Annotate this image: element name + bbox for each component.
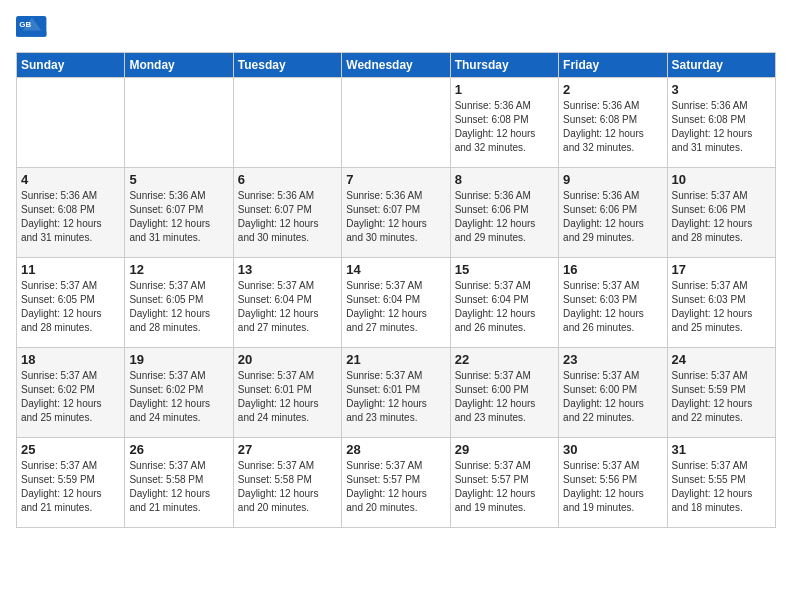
- day-number: 27: [238, 442, 337, 457]
- day-info: Sunrise: 5:37 AM Sunset: 6:01 PM Dayligh…: [346, 369, 445, 425]
- day-info: Sunrise: 5:37 AM Sunset: 6:06 PM Dayligh…: [672, 189, 771, 245]
- day-cell: 14Sunrise: 5:37 AM Sunset: 6:04 PM Dayli…: [342, 258, 450, 348]
- day-number: 28: [346, 442, 445, 457]
- logo: GB: [16, 16, 50, 44]
- generalblue-logo-icon: GB: [16, 16, 48, 44]
- day-cell: [17, 78, 125, 168]
- day-cell: 8Sunrise: 5:36 AM Sunset: 6:06 PM Daylig…: [450, 168, 558, 258]
- day-number: 26: [129, 442, 228, 457]
- day-cell: 29Sunrise: 5:37 AM Sunset: 5:57 PM Dayli…: [450, 438, 558, 528]
- week-row-4: 18Sunrise: 5:37 AM Sunset: 6:02 PM Dayli…: [17, 348, 776, 438]
- week-row-1: 1Sunrise: 5:36 AM Sunset: 6:08 PM Daylig…: [17, 78, 776, 168]
- week-row-3: 11Sunrise: 5:37 AM Sunset: 6:05 PM Dayli…: [17, 258, 776, 348]
- day-number: 13: [238, 262, 337, 277]
- day-cell: 25Sunrise: 5:37 AM Sunset: 5:59 PM Dayli…: [17, 438, 125, 528]
- day-cell: 4Sunrise: 5:36 AM Sunset: 6:08 PM Daylig…: [17, 168, 125, 258]
- day-info: Sunrise: 5:37 AM Sunset: 5:58 PM Dayligh…: [129, 459, 228, 515]
- day-cell: [233, 78, 341, 168]
- day-cell: 3Sunrise: 5:36 AM Sunset: 6:08 PM Daylig…: [667, 78, 775, 168]
- header-sunday: Sunday: [17, 53, 125, 78]
- day-info: Sunrise: 5:37 AM Sunset: 5:59 PM Dayligh…: [21, 459, 120, 515]
- day-info: Sunrise: 5:37 AM Sunset: 5:56 PM Dayligh…: [563, 459, 662, 515]
- day-cell: 6Sunrise: 5:36 AM Sunset: 6:07 PM Daylig…: [233, 168, 341, 258]
- day-cell: 24Sunrise: 5:37 AM Sunset: 5:59 PM Dayli…: [667, 348, 775, 438]
- header-saturday: Saturday: [667, 53, 775, 78]
- day-number: 31: [672, 442, 771, 457]
- day-number: 22: [455, 352, 554, 367]
- header-tuesday: Tuesday: [233, 53, 341, 78]
- day-cell: 7Sunrise: 5:36 AM Sunset: 6:07 PM Daylig…: [342, 168, 450, 258]
- day-info: Sunrise: 5:36 AM Sunset: 6:08 PM Dayligh…: [672, 99, 771, 155]
- day-info: Sunrise: 5:36 AM Sunset: 6:07 PM Dayligh…: [129, 189, 228, 245]
- page-header: GB: [16, 16, 776, 44]
- day-info: Sunrise: 5:37 AM Sunset: 6:00 PM Dayligh…: [563, 369, 662, 425]
- day-number: 20: [238, 352, 337, 367]
- header-friday: Friday: [559, 53, 667, 78]
- header-wednesday: Wednesday: [342, 53, 450, 78]
- day-number: 29: [455, 442, 554, 457]
- day-info: Sunrise: 5:37 AM Sunset: 6:02 PM Dayligh…: [129, 369, 228, 425]
- day-info: Sunrise: 5:37 AM Sunset: 6:04 PM Dayligh…: [238, 279, 337, 335]
- day-info: Sunrise: 5:37 AM Sunset: 5:55 PM Dayligh…: [672, 459, 771, 515]
- day-number: 6: [238, 172, 337, 187]
- day-cell: 21Sunrise: 5:37 AM Sunset: 6:01 PM Dayli…: [342, 348, 450, 438]
- header-monday: Monday: [125, 53, 233, 78]
- day-number: 23: [563, 352, 662, 367]
- svg-rect-2: [16, 30, 46, 36]
- day-cell: 22Sunrise: 5:37 AM Sunset: 6:00 PM Dayli…: [450, 348, 558, 438]
- day-info: Sunrise: 5:37 AM Sunset: 6:03 PM Dayligh…: [672, 279, 771, 335]
- day-number: 5: [129, 172, 228, 187]
- day-cell: [342, 78, 450, 168]
- week-row-5: 25Sunrise: 5:37 AM Sunset: 5:59 PM Dayli…: [17, 438, 776, 528]
- day-cell: 2Sunrise: 5:36 AM Sunset: 6:08 PM Daylig…: [559, 78, 667, 168]
- day-info: Sunrise: 5:36 AM Sunset: 6:08 PM Dayligh…: [21, 189, 120, 245]
- day-cell: 11Sunrise: 5:37 AM Sunset: 6:05 PM Dayli…: [17, 258, 125, 348]
- day-info: Sunrise: 5:37 AM Sunset: 5:57 PM Dayligh…: [346, 459, 445, 515]
- day-cell: 26Sunrise: 5:37 AM Sunset: 5:58 PM Dayli…: [125, 438, 233, 528]
- day-info: Sunrise: 5:36 AM Sunset: 6:06 PM Dayligh…: [455, 189, 554, 245]
- day-info: Sunrise: 5:37 AM Sunset: 6:01 PM Dayligh…: [238, 369, 337, 425]
- day-cell: 5Sunrise: 5:36 AM Sunset: 6:07 PM Daylig…: [125, 168, 233, 258]
- day-cell: 19Sunrise: 5:37 AM Sunset: 6:02 PM Dayli…: [125, 348, 233, 438]
- week-row-2: 4Sunrise: 5:36 AM Sunset: 6:08 PM Daylig…: [17, 168, 776, 258]
- day-number: 15: [455, 262, 554, 277]
- day-number: 4: [21, 172, 120, 187]
- header-row: SundayMondayTuesdayWednesdayThursdayFrid…: [17, 53, 776, 78]
- day-number: 12: [129, 262, 228, 277]
- day-number: 9: [563, 172, 662, 187]
- day-cell: 28Sunrise: 5:37 AM Sunset: 5:57 PM Dayli…: [342, 438, 450, 528]
- day-info: Sunrise: 5:37 AM Sunset: 6:02 PM Dayligh…: [21, 369, 120, 425]
- day-number: 24: [672, 352, 771, 367]
- day-cell: 17Sunrise: 5:37 AM Sunset: 6:03 PM Dayli…: [667, 258, 775, 348]
- day-number: 7: [346, 172, 445, 187]
- day-number: 2: [563, 82, 662, 97]
- day-cell: 15Sunrise: 5:37 AM Sunset: 6:04 PM Dayli…: [450, 258, 558, 348]
- day-cell: [125, 78, 233, 168]
- day-info: Sunrise: 5:37 AM Sunset: 5:57 PM Dayligh…: [455, 459, 554, 515]
- day-cell: 23Sunrise: 5:37 AM Sunset: 6:00 PM Dayli…: [559, 348, 667, 438]
- day-cell: 27Sunrise: 5:37 AM Sunset: 5:58 PM Dayli…: [233, 438, 341, 528]
- day-number: 14: [346, 262, 445, 277]
- day-number: 3: [672, 82, 771, 97]
- day-number: 30: [563, 442, 662, 457]
- day-number: 19: [129, 352, 228, 367]
- day-cell: 16Sunrise: 5:37 AM Sunset: 6:03 PM Dayli…: [559, 258, 667, 348]
- day-cell: 10Sunrise: 5:37 AM Sunset: 6:06 PM Dayli…: [667, 168, 775, 258]
- day-cell: 31Sunrise: 5:37 AM Sunset: 5:55 PM Dayli…: [667, 438, 775, 528]
- day-info: Sunrise: 5:37 AM Sunset: 5:58 PM Dayligh…: [238, 459, 337, 515]
- day-info: Sunrise: 5:36 AM Sunset: 6:06 PM Dayligh…: [563, 189, 662, 245]
- header-thursday: Thursday: [450, 53, 558, 78]
- day-info: Sunrise: 5:36 AM Sunset: 6:08 PM Dayligh…: [455, 99, 554, 155]
- day-cell: 1Sunrise: 5:36 AM Sunset: 6:08 PM Daylig…: [450, 78, 558, 168]
- day-info: Sunrise: 5:36 AM Sunset: 6:08 PM Dayligh…: [563, 99, 662, 155]
- day-info: Sunrise: 5:37 AM Sunset: 6:04 PM Dayligh…: [346, 279, 445, 335]
- day-number: 25: [21, 442, 120, 457]
- day-info: Sunrise: 5:37 AM Sunset: 5:59 PM Dayligh…: [672, 369, 771, 425]
- day-cell: 20Sunrise: 5:37 AM Sunset: 6:01 PM Dayli…: [233, 348, 341, 438]
- calendar-table: SundayMondayTuesdayWednesdayThursdayFrid…: [16, 52, 776, 528]
- day-info: Sunrise: 5:37 AM Sunset: 6:05 PM Dayligh…: [129, 279, 228, 335]
- day-number: 16: [563, 262, 662, 277]
- day-number: 18: [21, 352, 120, 367]
- day-cell: 12Sunrise: 5:37 AM Sunset: 6:05 PM Dayli…: [125, 258, 233, 348]
- day-info: Sunrise: 5:37 AM Sunset: 6:03 PM Dayligh…: [563, 279, 662, 335]
